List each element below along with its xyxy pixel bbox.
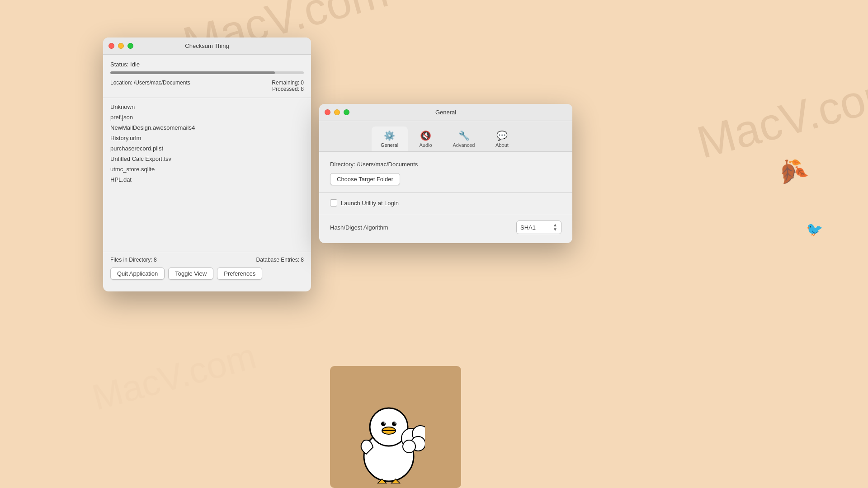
svg-point-4 xyxy=(392,422,396,426)
hash-select[interactable]: SHA1 ▲ ▼ xyxy=(516,221,561,234)
advanced-tab-icon: 🔧 xyxy=(458,130,470,141)
list-item: NewMailDesign.awesomemails4 xyxy=(110,122,304,133)
svg-point-5 xyxy=(395,422,396,424)
list-item: HPL.dat xyxy=(110,174,304,185)
database-entries: Database Entries: 8 xyxy=(256,257,304,263)
maximize-button[interactable] xyxy=(127,43,133,49)
close-button[interactable] xyxy=(108,43,114,49)
toggle-view-button[interactable]: Toggle View xyxy=(168,267,213,280)
tab-general[interactable]: ⚙️ General xyxy=(372,127,408,151)
checksum-titlebar: Checksum Thing xyxy=(103,38,311,55)
general-minimize-button[interactable] xyxy=(334,109,340,115)
bottom-stats: Files in Directory: 8 Database Entries: … xyxy=(110,252,304,267)
general-traffic-lights xyxy=(325,109,349,115)
stepper-arrows[interactable]: ▲ ▼ xyxy=(553,223,557,232)
location-row: Location: /Users/mac/Documents Remaining… xyxy=(110,80,304,92)
divider-line-1 xyxy=(319,192,572,193)
svg-point-11 xyxy=(403,440,415,453)
progress-bar-fill xyxy=(110,71,275,74)
launch-login-checkbox[interactable] xyxy=(330,199,337,206)
tab-audio[interactable]: 🔇 Audio xyxy=(408,127,444,151)
general-content: Directory: /Users/mac/Documents Choose T… xyxy=(319,152,572,243)
about-tab-label: About xyxy=(495,142,509,148)
launch-login-label: Launch Utility at Login xyxy=(341,200,399,206)
watermark-bottom: MacV.com xyxy=(88,335,260,419)
watermark-right: MacV.com xyxy=(692,64,868,169)
tab-bar: ⚙️ General 🔇 Audio 🔧 Advanced 💬 About xyxy=(319,121,572,152)
status-text: Status: Idle xyxy=(110,61,304,68)
divider-line-2 xyxy=(319,214,572,214)
advanced-tab-label: Advanced xyxy=(453,142,475,148)
checksum-window-title: Checksum Thing xyxy=(185,42,229,49)
directory-line: Directory: /Users/mac/Documents xyxy=(330,161,561,168)
general-window-title: General xyxy=(435,109,456,116)
preferences-button[interactable]: Preferences xyxy=(217,267,262,280)
small-bird-decoration: 🐦 xyxy=(806,221,823,237)
location-text: Location: /Users/mac/Documents xyxy=(110,80,190,86)
processed-text: Processed: 8 xyxy=(272,86,304,92)
traffic-lights xyxy=(108,43,133,49)
svg-point-2 xyxy=(381,422,386,426)
general-tab-label: General xyxy=(381,142,398,148)
tab-about[interactable]: 💬 About xyxy=(484,127,520,151)
checksum-window: Checksum Thing Status: Idle Location: /U… xyxy=(103,38,311,291)
tab-advanced[interactable]: 🔧 Advanced xyxy=(444,127,484,151)
autumn-leaf-decoration: 🍂 xyxy=(772,153,810,189)
quit-application-button[interactable]: Quit Application xyxy=(110,267,165,280)
general-titlebar: General xyxy=(319,104,572,121)
list-item: History.urlm xyxy=(110,133,304,143)
progress-bar-container xyxy=(110,71,304,74)
hash-label: Hash/Digest Algorithm xyxy=(330,224,388,231)
about-tab-icon: 💬 xyxy=(496,130,508,141)
duck-character xyxy=(353,393,425,483)
minimize-button[interactable] xyxy=(118,43,124,49)
stats-text: Remaining: 0 Processed: 8 xyxy=(272,80,304,92)
launch-login-row: Launch Utility at Login xyxy=(330,199,561,206)
list-item: pref.json xyxy=(110,112,304,122)
svg-point-3 xyxy=(384,422,385,424)
cartoon-decoration xyxy=(307,343,556,488)
files-in-directory: Files in Directory: 8 xyxy=(110,257,157,263)
list-item: purchaserecord.plist xyxy=(110,143,304,154)
list-item: Unknown xyxy=(110,102,304,112)
hash-value: SHA1 xyxy=(520,224,536,231)
audio-tab-icon: 🔇 xyxy=(420,130,431,141)
list-item: utmc_store.sqlite xyxy=(110,164,304,174)
stepper-down-icon: ▼ xyxy=(553,227,557,232)
choose-target-folder-button[interactable]: Choose Target Folder xyxy=(330,173,400,185)
audio-tab-label: Audio xyxy=(419,142,432,148)
file-list: Unknownpref.jsonNewMailDesign.awesomemai… xyxy=(110,98,304,252)
general-close-button[interactable] xyxy=(325,109,330,115)
button-row: Quit Application Toggle View Preferences xyxy=(110,267,304,285)
general-maximize-button[interactable] xyxy=(344,109,349,115)
general-tab-icon: ⚙️ xyxy=(384,130,395,141)
remaining-text: Remaining: 0 xyxy=(272,80,304,86)
general-window: General ⚙️ General 🔇 Audio 🔧 Advanced 💬 … xyxy=(319,104,572,243)
list-item: Untitled Calc Export.tsv xyxy=(110,154,304,164)
hash-row: Hash/Digest Algorithm SHA1 ▲ ▼ xyxy=(330,221,561,234)
checksum-content: Status: Idle Location: /Users/mac/Docume… xyxy=(103,55,311,291)
